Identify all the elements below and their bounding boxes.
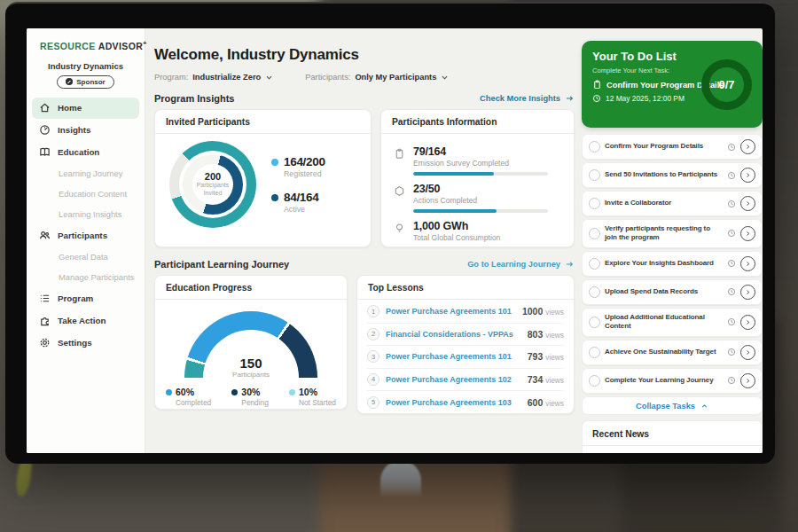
todo-panel: Your To Do List Complete Your Next Task:… [582,28,763,453]
clock-icon [727,317,736,326]
task-checkbox[interactable] [589,228,600,239]
task-checkbox[interactable] [589,198,600,209]
participants-information-card: Participants Information 79/164 Emission… [380,109,575,247]
lesson-rank: 2 [367,328,379,340]
task-row[interactable]: Verify participants requesting to join t… [582,219,763,248]
monitor-stand [380,460,421,497]
donut-center-label-1: Participants [197,182,230,190]
program-filter[interactable]: Program: Industrialize Zero [154,73,273,82]
sidebar-item-home[interactable]: Home [32,98,139,119]
org-block: Industry Dynamics Sponsor [27,61,145,89]
stat-value: 79/164 [413,145,548,158]
donut-center-label-2: Invited [197,190,230,198]
participants-info-body: 79/164 Emission Survey Completed 23/50 A… [381,134,574,246]
lesson-link[interactable]: Power Purchase Agreements 103 [386,398,521,407]
task-row[interactable]: Upload Additional Educational Content [582,308,763,337]
legend-label: Not Started [299,398,336,407]
legend-registered: 164/200 Registered [271,155,325,178]
donut-center-value: 200 [205,171,221,182]
task-row[interactable]: Invite a Collaborator [582,191,763,216]
take-action-icon [39,315,51,326]
lesson-link[interactable]: Power Purchase Agreements 101 [386,352,521,361]
collapse-tasks-link[interactable]: Collapse Tasks [582,396,763,415]
participants-filter-value: Only My Participants [355,73,436,82]
task-open-button[interactable] [740,256,755,271]
todo-progress-ring: 0/7 [701,59,752,110]
task-open-button[interactable] [740,196,755,211]
emission-progress-bar [413,172,548,176]
task-label: Upload Spend Data Records [605,287,723,296]
sidebar-item-learning-insights[interactable]: Learning Insights [32,205,139,224]
top-lessons-card: Top Lessons 1 Power Purchase Agreements … [356,275,575,414]
section-title: Program Insights [154,93,234,104]
task-open-button[interactable] [740,373,755,388]
sidebar: RESOURCE ADVISOR+ Industry Dynamics Spon… [27,28,145,453]
check-more-insights-link[interactable]: Check More Insights [480,94,575,103]
task-row[interactable]: Upload Spend Data Records [582,279,763,305]
sidebar-item-education-content[interactable]: Education Content [32,184,139,204]
participants-filter[interactable]: Participants: Only My Participants [305,73,449,82]
task-row[interactable]: Achieve One Sustainability Target [582,340,763,365]
stat-label: Emission Survey Completed [413,159,548,168]
lessons-list: 1 Power Purchase Agreements 101 1000view… [357,300,574,414]
task-open-button[interactable] [740,315,755,330]
legend-value: 10% [299,387,317,397]
chevron-right-icon [745,144,751,150]
sidebar-item-settings[interactable]: Settings [32,332,139,354]
sidebar-item-manage-participants[interactable]: Manage Participants [32,268,139,287]
task-open-button[interactable] [740,285,755,300]
gauge-center: 150 Participants [184,356,317,379]
task-checkbox[interactable] [589,258,600,270]
legend-label: Completed [176,398,211,407]
task-checkbox[interactable] [589,317,600,328]
sidebar-item-program[interactable]: Program [32,288,139,309]
task-label: Confirm Your Program Details [605,142,723,151]
legend-active: 84/164 Active [271,191,325,214]
task-row[interactable]: Complete Your Learning Journey [582,368,763,394]
sidebar-item-learning-journey[interactable]: Learning Journey [32,164,139,184]
task-checkbox[interactable] [589,141,600,153]
task-open-button[interactable] [740,139,755,154]
task-checkbox[interactable] [589,286,600,298]
lesson-row: 2 Financial Considerations - VPPAs 803vi… [367,324,564,347]
task-list: Confirm Your Program Details Send 50 Inv… [582,134,763,415]
task-checkbox[interactable] [589,347,600,358]
monitor-bezel: RESOURCE ADVISOR+ Industry Dynamics Spon… [5,2,775,464]
education-gauge-chart: 150 Participants [184,311,317,379]
task-row[interactable]: Send 50 Invitations to Participants [582,162,763,188]
task-checkbox[interactable] [589,169,600,181]
lesson-link[interactable]: Financial Considerations - VPPAs [386,330,521,339]
task-open-button[interactable] [740,168,755,183]
dashboard-screen: RESOURCE ADVISOR+ Industry Dynamics Spon… [27,28,763,453]
recent-news-card: Recent News [582,420,763,453]
lesson-link[interactable]: Power Purchase Agreements 102 [386,375,521,384]
todo-progress-value: 0/7 [718,78,734,91]
program-filter-label: Program: [154,73,188,82]
sidebar-item-participants[interactable]: Participants [32,225,139,246]
education-icon [39,146,51,158]
sidebar-item-education[interactable]: Education [32,142,139,163]
task-row[interactable]: Confirm Your Program Details [582,134,763,160]
task-open-button[interactable] [740,345,755,360]
clipboard-icon [592,80,602,90]
sidebar-item-insights[interactable]: Insights [32,120,139,141]
progress-fill [413,209,497,213]
lesson-row: 1 Power Purchase Agreements 101 1000view… [367,301,564,324]
chevron-up-icon [700,403,708,410]
task-label: Invite a Collaborator [605,199,723,207]
legend-label: Registered [284,169,325,178]
participants-icon [39,230,51,241]
task-open-button[interactable] [740,226,755,241]
sidebar-item-label: Education Content [59,189,127,199]
sidebar-item-general-data[interactable]: General Data [32,247,139,267]
task-row[interactable]: Explore Your Insights Dashboard [582,251,763,277]
chevron-right-icon [745,231,751,237]
lesson-link[interactable]: Power Purchase Agreements 101 [386,307,516,316]
legend-label: Active [284,205,319,214]
chevron-right-icon [745,172,751,178]
chevron-down-icon [265,74,273,82]
go-to-learning-journey-link[interactable]: Go to Learning Journey [467,260,575,269]
card-title: Invited Participants [155,110,371,134]
task-checkbox[interactable] [589,375,600,387]
sidebar-item-take-action[interactable]: Take Action [32,310,139,332]
